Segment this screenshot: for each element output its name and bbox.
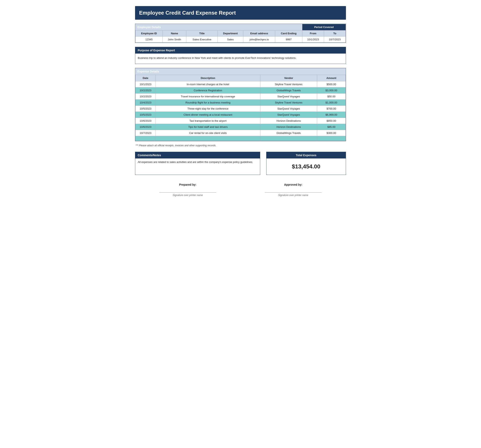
expense-cell: Conference Registration	[156, 87, 260, 93]
expense-cell: 10/6/2023	[135, 118, 156, 124]
expense-cell: Skyline Travel Ventures	[260, 81, 317, 87]
expense-row: 10/5/2023Three-night stay for the confer…	[135, 106, 346, 112]
expense-col-header: Date	[135, 75, 156, 81]
expense-cell: Horizon Destinations	[260, 118, 317, 124]
employee-data-cell: 9997	[275, 36, 302, 42]
comments-body: All expenses are related to sales activi…	[135, 159, 260, 175]
expense-row: 10/4/2023Roundtrip flight for a business…	[135, 99, 346, 106]
signature-section: Prepared by: Signature over printer name…	[135, 181, 346, 197]
employee-column-headers: Employee IDNameTitleDepartmentEmail addr…	[135, 30, 346, 36]
expense-cell: In-room internet charges at the hotel	[156, 81, 260, 87]
expense-cell: Travel insurance for international trip …	[156, 93, 260, 99]
employee-data-cell: 12345	[135, 36, 163, 42]
total-expenses-amount: $13,454.00	[266, 159, 346, 175]
expense-col-header: Vendor	[260, 75, 317, 81]
expense-cell: Taxi transportation to the airport	[156, 118, 260, 124]
expense-row: 10/2/2023Conference RegistrationGlobalWi…	[135, 87, 346, 93]
employee-data-row: 12345John SmithSales ExecutiveSalesjohn@…	[135, 36, 346, 42]
expense-cell: 10/5/2023	[135, 112, 156, 118]
period-covered-label: Period Covered	[302, 24, 346, 30]
expense-details-section: Expense Details DateDescriptionVendorAmo…	[135, 68, 346, 141]
employee-col-header: From	[302, 30, 324, 36]
expense-col-header: Amount	[317, 75, 346, 81]
expense-cell: 10/2/2023	[135, 93, 156, 99]
comments-section-label: Comments/Notes	[135, 152, 260, 159]
expense-cell: $850.00	[317, 118, 346, 124]
purpose-section-label: Purpose of Expense Report	[135, 47, 346, 53]
expense-cell: GlobalWings Travels	[260, 130, 317, 136]
approved-by-label: Approved by:	[265, 183, 322, 186]
employee-col-header: Name	[163, 30, 186, 36]
expense-cell: $700.00	[317, 106, 346, 112]
report-title: Employee Credit Card Expense Report	[135, 6, 346, 20]
expense-cell: 10/5/2023	[135, 106, 156, 112]
expense-cell: 10/2/2023	[135, 87, 156, 93]
total-expenses-section: Total Expenses $13,454.00	[266, 152, 346, 175]
expense-row: 10/6/2023Taxi transportation to the airp…	[135, 118, 346, 124]
employee-details-section: Employee Details Period Covered Employee…	[135, 24, 346, 43]
expense-row: 10/1/2023In-room internet charges at the…	[135, 81, 346, 87]
expense-cell: 10/6/2023	[135, 124, 156, 130]
expense-cell: StarQuest Voyages	[260, 112, 317, 118]
employee-col-header: Employee ID	[135, 30, 163, 36]
expense-row: 10/6/2023Tips for hotel staff and taxi d…	[135, 124, 346, 130]
employee-data-cell: Sales Executive	[186, 36, 218, 42]
expense-cell: $85.00	[317, 124, 346, 130]
expense-cell: StarQuest Voyages	[260, 106, 317, 112]
expense-cell: Roundtrip flight for a business meeting	[156, 99, 260, 106]
employee-col-header: Email address	[243, 30, 275, 36]
employee-data-cell: 10/7/2023	[324, 36, 346, 42]
employee-details-label: Employee Details	[135, 24, 302, 30]
expense-cell: Tips for hotel staff and taxi drivers	[156, 124, 260, 130]
employee-col-header: Department	[218, 30, 243, 36]
expense-column-headers: DateDescriptionVendorAmount	[135, 75, 346, 81]
purpose-body: Business trip to attend an industry conf…	[135, 53, 346, 64]
prepared-by-label: Prepared by:	[159, 183, 216, 186]
expense-cell: $50.00	[317, 93, 346, 99]
expense-details-label: Expense Details	[135, 68, 346, 75]
expense-empty-row	[135, 136, 346, 141]
bottom-section: Comments/Notes All expenses are related …	[135, 152, 346, 175]
purpose-section: Purpose of Expense Report Business trip …	[135, 47, 346, 64]
expense-cell: Car rental for on-site client visits	[156, 130, 260, 136]
expense-cell: $3,000.00	[317, 87, 346, 93]
employee-data-cell: john@techpro.io	[243, 36, 275, 42]
expense-cell: 10/7/2023	[135, 130, 156, 136]
expense-cell: $300.00	[317, 130, 346, 136]
employee-data-cell: Sales	[218, 36, 243, 42]
expense-row: 10/7/2023Car rental for on-site client v…	[135, 130, 346, 136]
employee-col-header: To	[324, 30, 346, 36]
prepared-by-signature-line: Signature over printer name	[159, 192, 216, 197]
expense-cell: $500.00	[317, 81, 346, 87]
expense-cell: StarQuest Voyages	[260, 93, 317, 99]
total-expenses-label: Total Expenses	[266, 152, 346, 159]
comments-section: Comments/Notes All expenses are related …	[135, 152, 260, 175]
expense-cell: 10/1/2023	[135, 81, 156, 87]
employee-data-cell: 10/1/2023	[302, 36, 324, 42]
expense-row: 10/2/2023Travel insurance for internatio…	[135, 93, 346, 99]
expense-cell: Three-night stay for the conference	[156, 106, 260, 112]
expense-cell: $6,969.00	[317, 112, 346, 118]
prepared-by-block: Prepared by: Signature over printer name	[159, 183, 216, 197]
receipts-note: *** Please attach all official receipts,…	[135, 143, 346, 148]
expense-cell: GlobalWings Travels	[260, 87, 317, 93]
approved-by-block: Approved by: Signature over printer name	[265, 183, 322, 197]
employee-col-header: Card Ending	[275, 30, 302, 36]
expense-cell: Horizon Destinations	[260, 124, 317, 130]
expense-cell: $1,000.00	[317, 99, 346, 106]
approved-by-signature-line: Signature over printer name	[265, 192, 322, 197]
employee-data-cell: John Smith	[163, 36, 186, 42]
expense-cell: 10/4/2023	[135, 99, 156, 106]
expense-cell: Skyline Travel Ventures	[260, 99, 317, 106]
expense-row: 10/5/2023Client dinner meeting at a loca…	[135, 112, 346, 118]
employee-col-header: Title	[186, 30, 218, 36]
expense-cell: Client dinner meeting at a local restaur…	[156, 112, 260, 118]
expense-col-header: Description	[156, 75, 260, 81]
